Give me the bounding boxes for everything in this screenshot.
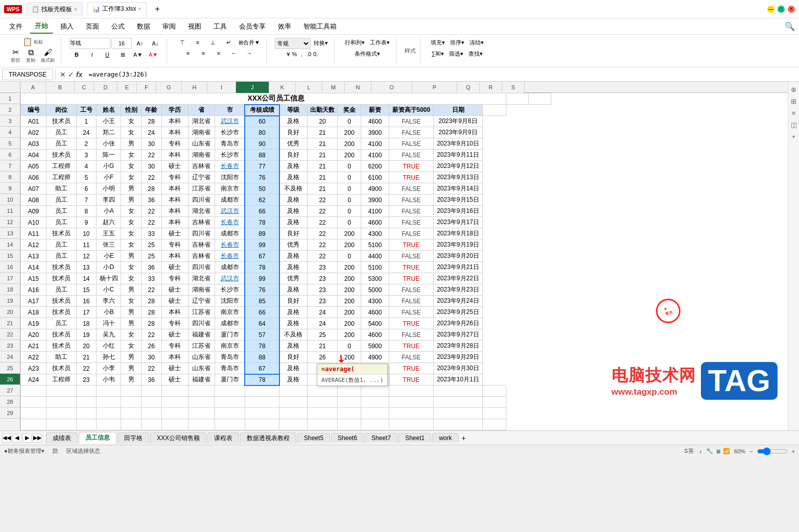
sheet-tab-田字格[interactable]: 田字格 <box>118 432 149 444</box>
cell-17-4[interactable]: 女 <box>121 273 142 284</box>
cell-21-14[interactable]: TRUE <box>389 318 433 329</box>
cell-6-4[interactable]: 女 <box>121 150 142 161</box>
italic-button[interactable]: I <box>85 51 99 59</box>
zoom-decrease[interactable]: − <box>749 448 753 454</box>
cell-9-12[interactable]: 0 <box>338 183 361 195</box>
cell-Q2[interactable] <box>482 105 506 116</box>
tab-template-close[interactable]: × <box>74 7 77 12</box>
menu-ai-tools[interactable]: 智能工具箱 <box>298 20 342 33</box>
row-header-18[interactable]: 18 <box>0 284 20 295</box>
cell-23-14[interactable]: TRUE <box>389 341 433 352</box>
cell-8-6[interactable]: 专科 <box>161 172 188 183</box>
cell-21-12[interactable]: 200 <box>338 318 361 329</box>
cell-29-14[interactable] <box>389 408 433 419</box>
sheet-tab-数据透视[interactable]: 数据透视表教程 <box>240 432 296 444</box>
cell-10-8[interactable]: 成都市 <box>215 195 245 206</box>
cell-27-1[interactable] <box>46 385 77 397</box>
font-name-input[interactable] <box>69 38 110 49</box>
cell-24-9[interactable]: 88 <box>245 352 279 363</box>
cell-27-4[interactable] <box>121 385 142 397</box>
cell-19-5[interactable]: 28 <box>141 296 161 307</box>
cell-5-9[interactable]: 90 <box>245 138 279 150</box>
cell-7-7[interactable]: 吉林省 <box>188 161 215 172</box>
cell-R1[interactable] <box>529 93 551 105</box>
cell-13-1[interactable]: 技术员 <box>46 228 77 239</box>
menu-view[interactable]: 视图 <box>183 20 206 33</box>
row-header-25[interactable]: 25 <box>0 362 20 374</box>
cell-4-12[interactable]: 200 <box>338 127 361 138</box>
cell-4-9[interactable]: 80 <box>245 127 279 138</box>
cell-9-15[interactable]: 2023年9月14日 <box>434 183 483 195</box>
col-header-B[interactable]: B <box>46 82 75 93</box>
cell-23-5[interactable]: 26 <box>141 341 161 352</box>
cell-9-0[interactable]: A07 <box>21 183 46 195</box>
cell-19-14[interactable]: FALSE <box>389 296 433 307</box>
header-等级[interactable]: 等级 <box>279 105 307 116</box>
row-header-17[interactable]: 17 <box>0 273 20 284</box>
cell-14-10[interactable]: 优秀 <box>279 239 307 251</box>
cell-25-5[interactable]: 22 <box>141 363 161 374</box>
cell-19-4[interactable]: 女 <box>121 296 142 307</box>
cell-23-10[interactable]: 及格 <box>279 341 307 352</box>
cell-12-12[interactable]: 0 <box>338 217 361 228</box>
cell-17-5[interactable]: 33 <box>141 273 161 284</box>
cell-3-13[interactable]: 4600 <box>361 116 389 127</box>
cell-9-10[interactable]: 不及格 <box>279 183 307 195</box>
header-学历[interactable]: 学历 <box>161 105 188 116</box>
cell-26-3[interactable]: 小韦 <box>97 374 121 385</box>
cell-6-1[interactable]: 技术员 <box>46 150 77 161</box>
cell-28-6[interactable] <box>161 397 188 408</box>
cell-21-15[interactable]: 2023年9月26日 <box>434 318 483 329</box>
cell-24-0[interactable]: A22 <box>21 352 46 363</box>
cell-29-6[interactable] <box>161 408 188 419</box>
cell-14-2[interactable]: 11 <box>76 239 97 251</box>
cell-21-13[interactable]: 5400 <box>361 318 389 329</box>
cell-13-13[interactable]: 4300 <box>361 228 389 239</box>
window-minimize[interactable]: — <box>767 6 774 13</box>
cell-27-7[interactable] <box>188 385 215 397</box>
cell-9-6[interactable]: 本科 <box>161 183 188 195</box>
cell-9-11[interactable]: 21 <box>307 183 338 195</box>
add-sheet-button[interactable]: + <box>462 434 466 442</box>
cell-17-1[interactable]: 技术员 <box>46 273 77 284</box>
cell-12-3[interactable]: 赵六 <box>97 217 121 228</box>
cell-8-9[interactable]: 76 <box>245 172 279 183</box>
format-painter-button[interactable]: 🖌 格式刷 <box>39 47 57 65</box>
header-奖金[interactable]: 奖金 <box>338 105 361 116</box>
cell-26-14[interactable]: TRUE <box>389 374 433 385</box>
cell-28-14[interactable] <box>389 397 433 408</box>
cell-8-11[interactable]: 21 <box>307 172 338 183</box>
cell-19-9[interactable]: 85 <box>245 296 279 307</box>
cell-22-5[interactable]: 22 <box>141 329 161 341</box>
row-header-6[interactable]: 6 <box>0 149 20 160</box>
cell-28-3[interactable] <box>97 397 121 408</box>
header-薪资高于5000[interactable]: 薪资高于5000 <box>389 105 433 116</box>
cell-14-8[interactable]: 长春市 <box>215 239 245 251</box>
cell-29-4[interactable] <box>121 408 142 419</box>
cell-29-10[interactable] <box>279 408 307 419</box>
right-panel-btn-1[interactable]: ⊕ <box>791 86 796 93</box>
cell-21-6[interactable]: 专科 <box>161 318 188 329</box>
cell-11-4[interactable]: 女 <box>121 206 142 217</box>
status-lang[interactable]: S英· <box>684 447 695 455</box>
cell-28-0[interactable] <box>21 397 46 408</box>
cell-4-7[interactable]: 湖南省 <box>188 127 215 138</box>
cell-20-3[interactable]: 小B <box>97 307 121 318</box>
cell-8-3[interactable]: 小F <box>97 172 121 183</box>
cell-3-15[interactable]: 2023年9月8日 <box>434 116 483 127</box>
cell-15-9[interactable]: 67 <box>245 251 279 262</box>
cell-7-11[interactable]: 21 <box>307 161 338 172</box>
cell-18-5[interactable]: 22 <box>141 284 161 296</box>
cell-23-0[interactable]: A21 <box>21 341 46 352</box>
cell-16-15[interactable]: 2023年9月21日 <box>434 262 483 273</box>
row-header-8[interactable]: 8 <box>0 172 20 183</box>
cell-15-0[interactable]: A13 <box>21 251 46 262</box>
align-top-button[interactable]: ⊤ <box>175 38 190 47</box>
cell-13-2[interactable]: 10 <box>76 228 97 239</box>
cell-22-9[interactable]: 57 <box>245 329 279 341</box>
cell-29-3[interactable] <box>97 408 121 419</box>
cell-29-5[interactable] <box>141 408 161 419</box>
cell-8-14[interactable]: TRUE <box>389 172 433 183</box>
cell-29-9[interactable] <box>245 408 279 419</box>
cell-22-2[interactable]: 19 <box>76 329 97 341</box>
